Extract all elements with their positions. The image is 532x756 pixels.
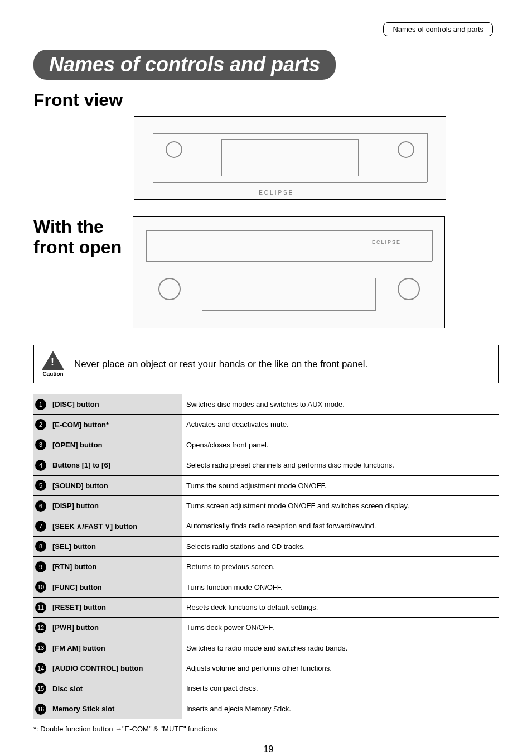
control-name: [FUNC] button (48, 577, 182, 597)
control-description: Inserts compact discs. (182, 678, 499, 699)
control-description: Turns deck power ON/OFF. (182, 618, 499, 638)
caution-text: Never place an object or rest your hands… (74, 357, 367, 372)
row-number-badge: 9 (35, 561, 46, 572)
page-title: Names of controls and parts (33, 50, 336, 80)
table-row: 12[PWR] buttonTurns deck power ON/OFF. (33, 618, 499, 638)
control-description: Adjusts volume and performs other functi… (182, 658, 499, 678)
control-name: [DISP] button (48, 495, 182, 516)
table-row: 11[RESET] buttonResets deck functions to… (33, 597, 499, 617)
table-row: 10[FUNC] buttonTurns function mode ON/OF… (33, 577, 499, 597)
control-description: Switches to radio mode and switches radi… (182, 638, 499, 658)
row-number-badge: 10 (35, 581, 46, 593)
row-number-badge: 6 (35, 500, 46, 512)
control-name: [FM AM] button (48, 638, 182, 658)
section-front-open: With the front open (33, 216, 122, 258)
control-name: [SEL] button (48, 536, 182, 556)
front-view-diagram: ECLIPSE (134, 116, 446, 200)
control-name: [E-COM] button* (48, 415, 182, 435)
table-row: 7[SEEK ∧/FAST ∨] buttonAutomatically fin… (33, 516, 499, 536)
row-number-badge: 5 (35, 480, 46, 491)
table-row: 4Buttons [1] to [6]Selects radio preset … (33, 455, 499, 475)
control-description: Selects radio preset channels and perfor… (182, 455, 499, 475)
row-number-badge: 11 (35, 602, 46, 613)
control-name: [RTN] button (48, 557, 182, 577)
control-name: Buttons [1] to [6] (48, 455, 182, 475)
header-label: Names of controls and parts (383, 22, 493, 36)
row-number-badge: 13 (35, 642, 46, 653)
row-number-badge: 4 (35, 460, 46, 471)
row-number-badge: 1 (35, 399, 46, 410)
table-row: 2[E-COM] button*Activates and deactivate… (33, 415, 499, 435)
control-name: [DISC] button (48, 394, 182, 415)
row-number-badge: 12 (35, 622, 46, 633)
control-name: [PWR] button (48, 618, 182, 638)
table-row: 1[DISC] buttonSwitches disc modes and sw… (33, 394, 499, 415)
row-number-badge: 2 (35, 419, 46, 430)
table-row: 14[AUDIO CONTROL] buttonAdjusts volume a… (33, 658, 499, 678)
control-name: [AUDIO CONTROL] button (48, 658, 182, 678)
row-number-badge: 3 (35, 439, 46, 450)
row-number-badge: 14 (35, 663, 46, 674)
table-row: 16Memory Stick slotInserts and ejects Me… (33, 699, 499, 719)
control-description: Automatically finds radio reception and … (182, 516, 499, 536)
table-row: 5[SOUND] buttonTurns the sound adjustmen… (33, 475, 499, 495)
front-open-diagram: ECLIPSE (133, 216, 445, 328)
row-number-badge: 7 (35, 521, 46, 532)
table-row: 6[DISP] buttonTurns screen adjustment mo… (33, 495, 499, 516)
control-description: Turns screen adjustment mode ON/OFF and … (182, 495, 499, 516)
row-number-badge: 16 (35, 704, 46, 715)
row-number-badge: 8 (35, 541, 46, 552)
control-description: Turns the sound adjustment mode ON/OFF. (182, 475, 499, 495)
control-description: Selects radio stations and CD tracks. (182, 536, 499, 556)
row-number-badge: 15 (35, 683, 46, 694)
controls-table: 1[DISC] buttonSwitches disc modes and sw… (33, 394, 499, 719)
control-description: Resets deck functions to default setting… (182, 597, 499, 617)
footnote: *: Double function button →"E-COM" & "MU… (33, 725, 499, 733)
page-number: 19 (33, 744, 499, 754)
table-row: 3[OPEN] buttonOpens/closes front panel. (33, 435, 499, 455)
table-row: 15Disc slotInserts compact discs. (33, 678, 499, 699)
table-row: 9[RTN] buttonReturns to previous screen. (33, 557, 499, 577)
control-description: Opens/closes front panel. (182, 435, 499, 455)
control-name: Memory Stick slot (48, 699, 182, 719)
section-open-line2: front open (33, 237, 122, 257)
control-description: Turns function mode ON/OFF. (182, 577, 499, 597)
control-description: Switches disc modes and switches to AUX … (182, 394, 499, 415)
section-open-line1: With the (33, 216, 104, 237)
control-description: Inserts and ejects Memory Stick. (182, 699, 499, 719)
table-row: 8[SEL] buttonSelects radio stations and … (33, 536, 499, 556)
caution-box: Caution Never place an object or rest yo… (33, 345, 499, 383)
control-description: Activates and deactivates mute. (182, 415, 499, 435)
control-name: [SEEK ∧/FAST ∨] button (48, 516, 182, 536)
section-front-view: Front view (33, 90, 499, 110)
control-name: [RESET] button (48, 597, 182, 617)
control-name: Disc slot (48, 678, 182, 699)
table-row: 13[FM AM] buttonSwitches to radio mode a… (33, 638, 499, 658)
control-name: [SOUND] button (48, 475, 182, 495)
control-name: [OPEN] button (48, 435, 182, 455)
caution-label: Caution (42, 371, 63, 377)
caution-icon: Caution (42, 351, 64, 377)
control-description: Returns to previous screen. (182, 557, 499, 577)
